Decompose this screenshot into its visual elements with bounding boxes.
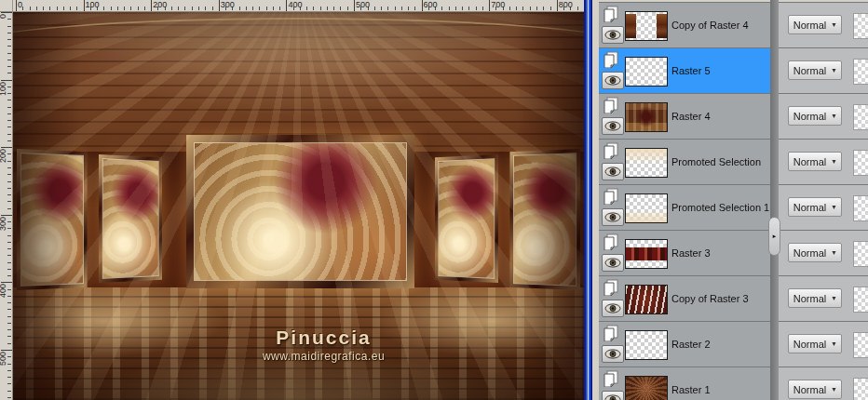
vertical-ruler: 0100200300400500: [0, 12, 13, 400]
dropdown-arrow-icon: ▼: [831, 386, 841, 393]
layer-row-right: Normal ▼: [770, 322, 868, 367]
layer-row-right: Normal ▼: [770, 231, 868, 275]
ruler-major-tick: 100: [84, 0, 85, 11]
splitter-collapse-handle[interactable]: ►: [768, 217, 780, 256]
layer-row-right: Normal ▼: [770, 3, 868, 47]
layer-row-left[interactable]: Raster 5: [599, 48, 770, 93]
layer-link-swatch[interactable]: [853, 59, 868, 85]
visibility-toggle-button[interactable]: [602, 72, 624, 89]
ruler-major-tick: 200: [1, 147, 12, 148]
layer-row[interactable]: Copy of Raster 3 Normal ▼: [599, 275, 868, 321]
ruler-label: 700: [491, 0, 505, 9]
layer-name: Raster 5: [671, 65, 711, 76]
layer-thumbnail[interactable]: [625, 330, 668, 360]
blend-mode-dropdown[interactable]: Normal ▼: [788, 288, 842, 308]
ruler-major-tick: 700: [489, 0, 490, 11]
visibility-toggle-button[interactable]: [602, 26, 624, 44]
eye-icon: [604, 303, 621, 313]
layer-link-swatch[interactable]: [853, 104, 868, 130]
fractal-art: [514, 153, 576, 286]
layer-row[interactable]: Promoted Selection Normal ▼: [599, 139, 868, 184]
visibility-toggle-button[interactable]: [602, 300, 624, 317]
app-window: 0100200300400500600700800 01002003004005…: [0, 0, 868, 400]
vertical-ruler-minor-ticks: [7, 12, 11, 400]
layer-name: Raster 2: [671, 339, 711, 350]
raster-layer-icon: [603, 233, 619, 250]
layer-row[interactable]: Raster 5 Normal ▼: [599, 47, 868, 93]
blend-mode-label: Normal: [789, 202, 831, 213]
artwork-left-frame-inner: [99, 154, 162, 283]
layer-link-swatch[interactable]: [853, 332, 868, 358]
blend-mode-label: Normal: [789, 384, 831, 395]
layer-thumbnail[interactable]: [625, 102, 668, 132]
visibility-toggle-button[interactable]: [602, 163, 624, 180]
layer-row-left[interactable]: Copy of Raster 4: [599, 3, 770, 47]
layer-thumbnail[interactable]: [625, 57, 668, 87]
layer-row-left[interactable]: Raster 3: [599, 231, 770, 275]
ruler-major-tick: 0: [1, 12, 12, 13]
layer-link-swatch[interactable]: [853, 13, 868, 39]
layer-row-left[interactable]: Promoted Selection: [599, 140, 770, 184]
layer-row[interactable]: Raster 3 Normal ▼: [599, 230, 868, 275]
visibility-toggle-button[interactable]: [602, 391, 624, 400]
raster-layer-icon: [603, 370, 619, 387]
layer-row[interactable]: Copy of Raster 4 Normal ▼: [599, 2, 868, 47]
layer-row[interactable]: Promoted Selection 1 Normal ▼: [599, 184, 868, 230]
blend-mode-dropdown[interactable]: Normal ▼: [788, 197, 842, 217]
blend-mode-dropdown[interactable]: Normal ▼: [788, 152, 842, 171]
fractal-art: [439, 159, 494, 278]
ruler-label: 400: [0, 284, 7, 298]
layer-row-right: Normal ▼: [770, 276, 868, 321]
layer-row-left[interactable]: Raster 1: [599, 367, 770, 400]
layer-thumbnail[interactable]: [625, 11, 668, 41]
layer-row-left[interactable]: Raster 4: [599, 94, 770, 139]
layer-row-right: Normal ▼: [770, 185, 868, 230]
blend-mode-label: Normal: [789, 293, 831, 304]
visibility-toggle-button[interactable]: [602, 208, 624, 226]
eye-icon: [604, 394, 621, 400]
ruler-label: 100: [86, 0, 100, 9]
ruler-major-tick: 800: [557, 0, 558, 11]
raster-layer-icon: [603, 188, 619, 205]
layer-row-left[interactable]: Raster 2: [599, 322, 770, 367]
blend-mode-dropdown[interactable]: Normal ▼: [788, 334, 842, 353]
layer-thumbnail[interactable]: [625, 193, 668, 223]
blend-mode-dropdown[interactable]: Normal ▼: [788, 380, 842, 399]
layer-row[interactable]: Raster 2 Normal ▼: [599, 321, 868, 367]
artwork-right-frame-inner: [435, 154, 498, 283]
layer-row[interactable]: Raster 1 Normal ▼: [599, 367, 868, 400]
layer-thumbnail[interactable]: [625, 239, 668, 269]
visibility-toggle-button[interactable]: [602, 345, 624, 363]
layer-link-swatch[interactable]: [853, 150, 868, 176]
visibility-toggle-button[interactable]: [602, 254, 624, 272]
blend-mode-dropdown[interactable]: Normal ▼: [788, 243, 842, 262]
palette-splitter[interactable]: ►: [770, 0, 779, 400]
layer-thumbnail[interactable]: [625, 148, 668, 178]
layer-link-swatch[interactable]: [853, 287, 868, 313]
visibility-toggle-button[interactable]: [602, 117, 624, 135]
layer-name: Promoted Selection: [671, 156, 761, 167]
ruler-label: 0: [0, 14, 7, 19]
layer-thumbnail[interactable]: [625, 376, 668, 400]
blend-mode-dropdown[interactable]: Normal ▼: [788, 15, 842, 34]
layer-row-left[interactable]: Copy of Raster 3: [599, 276, 770, 321]
eye-icon: [604, 30, 621, 40]
layer-row-left[interactable]: Promoted Selection 1: [599, 185, 770, 230]
layer-thumbnail[interactable]: [625, 285, 668, 314]
layer-link-swatch[interactable]: [853, 378, 868, 400]
ruler-label: 200: [0, 149, 7, 163]
artist-name: Pinuccia: [263, 327, 385, 349]
image-canvas[interactable]: Pinuccia www.maidiregrafica.eu: [13, 12, 584, 400]
layer-link-swatch[interactable]: [853, 241, 868, 267]
fractal-art: [195, 143, 406, 280]
raster-layer-icon: [603, 97, 619, 113]
layer-row[interactable]: Raster 4 Normal ▼: [599, 93, 868, 139]
ruler-label: 500: [356, 0, 370, 9]
raster-layer-icon: [603, 51, 619, 68]
ruler-label: 100: [0, 82, 7, 96]
blend-mode-dropdown[interactable]: Normal ▼: [788, 60, 842, 80]
blend-mode-dropdown[interactable]: Normal ▼: [788, 106, 842, 126]
ruler-label: 400: [288, 0, 302, 9]
layer-link-swatch[interactable]: [853, 195, 868, 221]
dropdown-arrow-icon: ▼: [831, 295, 841, 301]
